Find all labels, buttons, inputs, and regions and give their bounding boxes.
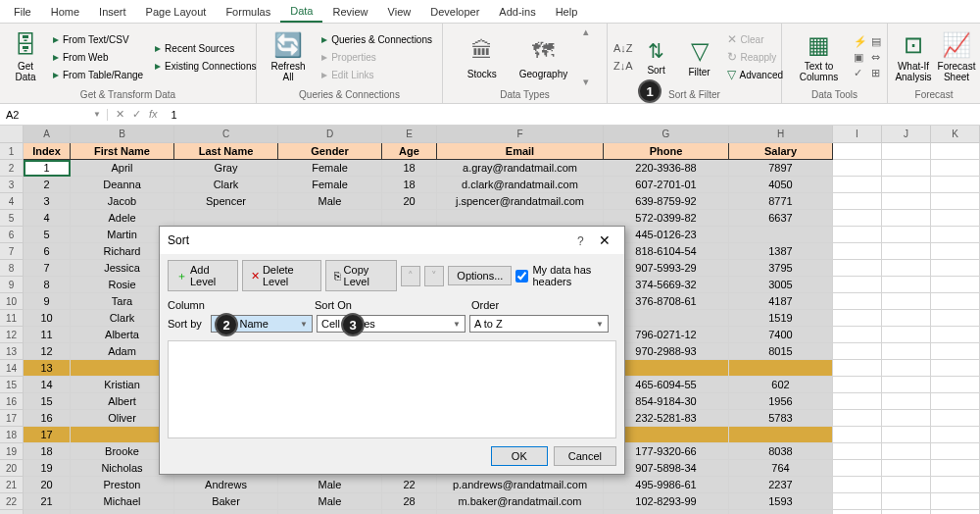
refresh-all-button[interactable]: 🔄 Refresh All xyxy=(263,26,314,88)
cell[interactable]: Deanna xyxy=(71,177,174,193)
cell[interactable] xyxy=(174,210,278,227)
move-up-button[interactable]: ˄ xyxy=(401,266,420,286)
cell[interactable]: Female xyxy=(278,160,382,177)
cell[interactable] xyxy=(729,227,833,243)
cell[interactable]: 7897 xyxy=(729,160,833,177)
tab-data[interactable]: Data xyxy=(280,1,322,23)
options-button[interactable]: Options... xyxy=(448,266,512,285)
cell[interactable] xyxy=(729,427,833,443)
row-header[interactable]: 5 xyxy=(0,210,24,227)
cell[interactable] xyxy=(833,243,882,260)
cell[interactable]: 607-2701-01 xyxy=(604,177,729,193)
sort-button[interactable]: ⇅ Sort xyxy=(637,26,676,88)
cell[interactable] xyxy=(278,210,382,227)
cell[interactable] xyxy=(882,327,931,343)
chevron-down-icon[interactable]: ▾ xyxy=(583,76,589,88)
cell[interactable]: 602 xyxy=(729,377,833,393)
cell[interactable] xyxy=(931,393,980,410)
tab-help[interactable]: Help xyxy=(546,2,588,22)
row-header[interactable]: 2 xyxy=(0,160,24,177)
cell[interactable]: 6 xyxy=(24,243,71,260)
headers-checkbox[interactable]: My data has headers xyxy=(515,264,616,287)
cell[interactable] xyxy=(882,260,931,277)
cell[interactable]: 22 xyxy=(382,477,437,493)
cell[interactable]: 6637 xyxy=(729,210,833,227)
cell[interactable] xyxy=(833,427,882,443)
cell[interactable]: Male xyxy=(278,477,382,493)
cell[interactable]: Michael xyxy=(71,493,174,510)
cell[interactable]: 20 xyxy=(24,477,71,493)
cell[interactable]: Clark xyxy=(174,177,278,193)
row-header[interactable]: 20 xyxy=(0,460,24,477)
header-cell[interactable] xyxy=(931,143,980,160)
validation-icon[interactable]: ✓ xyxy=(854,67,867,79)
cell[interactable]: 20 xyxy=(382,193,437,210)
cell[interactable] xyxy=(833,410,882,427)
cell[interactable] xyxy=(882,243,931,260)
cell[interactable] xyxy=(833,510,882,514)
filter-button[interactable]: ▽ Filter xyxy=(680,26,719,88)
cell[interactable]: 12 xyxy=(24,343,71,360)
delete-level-button[interactable]: ✕Delete Level xyxy=(242,260,321,291)
col-header-B[interactable]: B xyxy=(71,126,174,143)
cell[interactable]: 14 xyxy=(24,377,71,393)
cell[interactable]: 220-3936-88 xyxy=(604,160,729,177)
cell[interactable] xyxy=(931,193,980,210)
ribbon-queries-connections[interactable]: ▸Queries & Connections xyxy=(318,31,436,47)
cell[interactable] xyxy=(931,210,980,227)
cell[interactable] xyxy=(729,360,833,377)
cancel-button[interactable]: Cancel xyxy=(554,446,616,466)
cell[interactable] xyxy=(931,177,980,193)
cell[interactable]: 8038 xyxy=(729,443,833,460)
cell[interactable] xyxy=(437,210,604,227)
cell[interactable] xyxy=(833,477,882,493)
tab-developer[interactable]: Developer xyxy=(420,2,489,22)
cell[interactable] xyxy=(931,260,980,277)
tab-add-ins[interactable]: Add-ins xyxy=(489,2,545,22)
cell[interactable]: 3 xyxy=(24,193,71,210)
cell[interactable]: April xyxy=(71,160,174,177)
cell[interactable] xyxy=(882,360,931,377)
cell[interactable] xyxy=(833,393,882,410)
cell[interactable] xyxy=(833,227,882,243)
cell[interactable]: j.spencer@randatmail.com xyxy=(437,193,604,210)
cell[interactable]: 8771 xyxy=(729,193,833,210)
cell[interactable] xyxy=(882,177,931,193)
cell[interactable]: 17 xyxy=(24,427,71,443)
text-to-columns-button[interactable]: ▦ Text to Columns xyxy=(788,26,850,88)
stocks-button[interactable]: 🏛 Stocks xyxy=(461,26,504,88)
cell[interactable]: 18 xyxy=(382,177,437,193)
ribbon-properties[interactable]: ▸Properties xyxy=(318,49,436,65)
sort-az-icon[interactable]: A↓Z xyxy=(613,42,633,54)
col-header-E[interactable]: E xyxy=(382,126,437,143)
col-header-H[interactable]: H xyxy=(729,126,833,143)
cell[interactable]: 13 xyxy=(24,360,71,377)
header-cell[interactable]: First Name xyxy=(71,143,174,160)
cell[interactable] xyxy=(931,493,980,510)
cell[interactable]: 16 xyxy=(24,410,71,427)
col-header-I[interactable]: I xyxy=(833,126,882,143)
header-cell[interactable]: Age xyxy=(382,143,437,160)
cell[interactable] xyxy=(882,443,931,460)
cell[interactable]: 764 xyxy=(729,460,833,477)
row-header[interactable]: 23 xyxy=(0,510,24,514)
cell[interactable]: 3795 xyxy=(729,260,833,277)
cell[interactable] xyxy=(882,160,931,177)
advanced-button[interactable]: ▽Advanced xyxy=(723,67,787,82)
row-header[interactable]: 12 xyxy=(0,327,24,343)
cell[interactable]: 5783 xyxy=(729,410,833,427)
row-header[interactable]: 19 xyxy=(0,443,24,460)
cell[interactable]: Adele xyxy=(71,210,174,227)
cell[interactable]: 1387 xyxy=(729,243,833,260)
header-cell[interactable]: Index xyxy=(24,143,71,160)
cell[interactable] xyxy=(931,477,980,493)
cell[interactable] xyxy=(931,277,980,293)
cell[interactable]: 19 xyxy=(24,460,71,477)
cell[interactable] xyxy=(382,210,437,227)
data-model-icon[interactable]: ⊞ xyxy=(871,67,881,79)
row-header[interactable]: 21 xyxy=(0,477,24,493)
enter-icon[interactable]: ✓ xyxy=(132,108,141,121)
fx-icon[interactable]: fx xyxy=(149,108,158,121)
row-header[interactable]: 13 xyxy=(0,343,24,360)
remove-dup-icon[interactable]: ▣ xyxy=(854,51,867,64)
